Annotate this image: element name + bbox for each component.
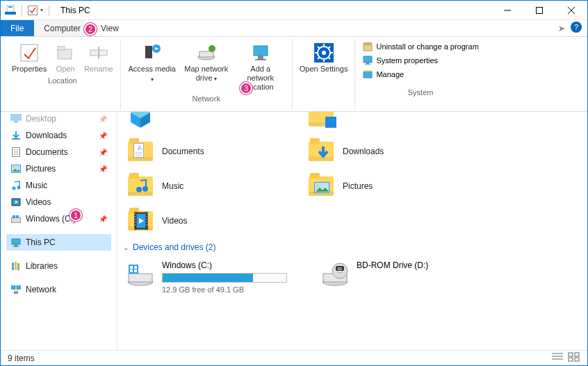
minimize-ribbon-icon[interactable]: ➤ — [558, 24, 565, 33]
folder-icon — [128, 211, 153, 231]
svg-rect-54 — [12, 218, 21, 223]
ribbon-group-location-label: Location — [48, 75, 77, 86]
svg-rect-59 — [13, 246, 19, 247]
explorer-icon — [5, 5, 16, 15]
svg-rect-35 — [364, 42, 372, 45]
nav-downloads[interactable]: Downloads 📌 — [6, 127, 111, 144]
open-button[interactable]: Open — [49, 40, 81, 75]
svg-rect-86 — [135, 222, 136, 223]
drive-tile-d[interactable]: BD BD-ROM Drive (D:) — [316, 256, 511, 298]
videos-icon — [10, 197, 22, 208]
status-item-count: 9 items — [8, 353, 35, 363]
ribbon-group-location: Properties Open Rename Location — [5, 40, 121, 110]
ribbon-group-network-label: Network — [193, 93, 220, 104]
svg-point-50 — [13, 187, 16, 190]
svg-rect-36 — [364, 56, 372, 63]
svg-rect-56 — [16, 215, 19, 218]
folder-tile-documents[interactable]: A Documents — [122, 134, 302, 169]
drive-tile-c[interactable]: Windows (C:) 12.9 GB free of 49.1 GB — [122, 256, 316, 298]
drive-icon — [10, 213, 22, 224]
view-details-icon[interactable] — [551, 352, 564, 364]
svg-rect-85 — [135, 219, 136, 220]
svg-rect-90 — [147, 219, 148, 220]
svg-rect-22 — [255, 59, 266, 60]
map-network-drive-button[interactable]: Map network drive — [179, 40, 234, 85]
folder-tile-music[interactable]: Music — [122, 169, 302, 203]
documents-icon — [10, 147, 22, 158]
svg-rect-5 — [537, 7, 543, 13]
minimize-button[interactable] — [491, 3, 523, 18]
svg-rect-21 — [258, 56, 263, 59]
ribbon-group-settings: Open Settings — [293, 40, 356, 110]
drive-icon — [126, 260, 155, 290]
svg-rect-98 — [130, 269, 133, 272]
folder-tile-pictures[interactable]: Pictures — [302, 169, 483, 203]
tab-view[interactable]: View — [91, 20, 129, 36]
folder-tile-videos[interactable]: Videos — [122, 203, 302, 238]
svg-rect-89 — [147, 216, 148, 217]
open-settings-button[interactable]: Open Settings — [297, 40, 351, 75]
nav-network[interactable]: Network — [6, 281, 111, 298]
close-button[interactable] — [555, 3, 587, 18]
separator — [22, 5, 22, 16]
system-properties-button[interactable]: System properties — [359, 53, 441, 67]
nav-desktop[interactable]: Desktop 📌 — [6, 112, 111, 127]
tab-computer[interactable]: Computer — [34, 20, 91, 36]
svg-rect-39 — [364, 72, 372, 78]
pin-icon: 📌 — [99, 215, 107, 223]
body: Desktop 📌 Downloads 📌 Documents 📌 Pictur… — [1, 112, 587, 350]
properties-button[interactable]: Properties — [9, 40, 49, 75]
folder-tile-partial-2[interactable] — [302, 112, 483, 134]
nav-this-pc[interactable]: This PC — [6, 234, 111, 251]
properties-quick-icon[interactable] — [28, 6, 38, 15]
folder-tile-partial-1[interactable] — [122, 112, 302, 134]
nav-documents[interactable]: Documents 📌 — [6, 144, 111, 160]
svg-rect-88 — [147, 213, 148, 215]
bdrom-icon: BD — [320, 260, 350, 290]
svg-rect-61 — [15, 262, 17, 270]
svg-rect-83 — [135, 213, 136, 215]
dropdown-icon[interactable]: ▾ — [40, 7, 43, 13]
ribbon-group-network: Access media Map network drive Add a net… — [121, 40, 293, 110]
svg-text:BD: BD — [338, 267, 343, 271]
desktop-icon — [10, 113, 22, 124]
manage-button[interactable]: Manage — [359, 67, 407, 81]
annotation-2: 2 — [84, 23, 97, 35]
svg-rect-42 — [14, 121, 18, 123]
svg-rect-91 — [147, 222, 148, 223]
box-icon — [362, 41, 373, 52]
quick-access-toolbar: ▾ — [1, 5, 56, 16]
svg-rect-18 — [199, 51, 213, 57]
svg-point-78 — [316, 184, 319, 187]
svg-text:?: ? — [574, 23, 578, 31]
svg-rect-92 — [147, 224, 148, 226]
pin-icon: 📌 — [99, 149, 107, 156]
nav-pictures[interactable]: Pictures 📌 — [6, 160, 111, 177]
svg-rect-12 — [58, 47, 65, 50]
navigation-pane: Desktop 📌 Downloads 📌 Documents 📌 Pictur… — [1, 112, 117, 350]
nav-videos[interactable]: Videos — [6, 194, 111, 210]
uninstall-program-button[interactable]: Uninstall or change a program — [359, 40, 481, 53]
folder-tile-downloads[interactable]: Downloads — [302, 134, 483, 169]
view-large-icons-icon[interactable] — [568, 352, 580, 364]
svg-rect-97 — [134, 266, 137, 269]
svg-rect-111 — [569, 358, 573, 361]
monitor-icon — [362, 55, 373, 66]
svg-point-25 — [322, 51, 326, 55]
svg-rect-62 — [17, 263, 19, 270]
maximize-button[interactable] — [523, 3, 555, 18]
access-media-button[interactable]: Access media — [125, 40, 179, 85]
section-header-label: Devices and drives (2) — [133, 242, 215, 252]
nav-libraries[interactable]: Libraries — [6, 258, 111, 274]
section-devices-and-drives[interactable]: ⌄ Devices and drives (2) — [122, 238, 583, 256]
svg-rect-43 — [12, 138, 20, 140]
nav-music[interactable]: Music — [6, 177, 111, 194]
svg-rect-64 — [17, 285, 21, 289]
help-icon[interactable]: ? — [571, 22, 582, 35]
svg-rect-112 — [575, 358, 579, 361]
network-icon — [10, 284, 22, 295]
tab-file[interactable]: File — [1, 20, 34, 36]
svg-rect-0 — [5, 12, 16, 15]
nav-windows-c[interactable]: Windows (C:) 📌 — [6, 210, 111, 227]
rename-button[interactable]: Rename — [81, 40, 116, 75]
